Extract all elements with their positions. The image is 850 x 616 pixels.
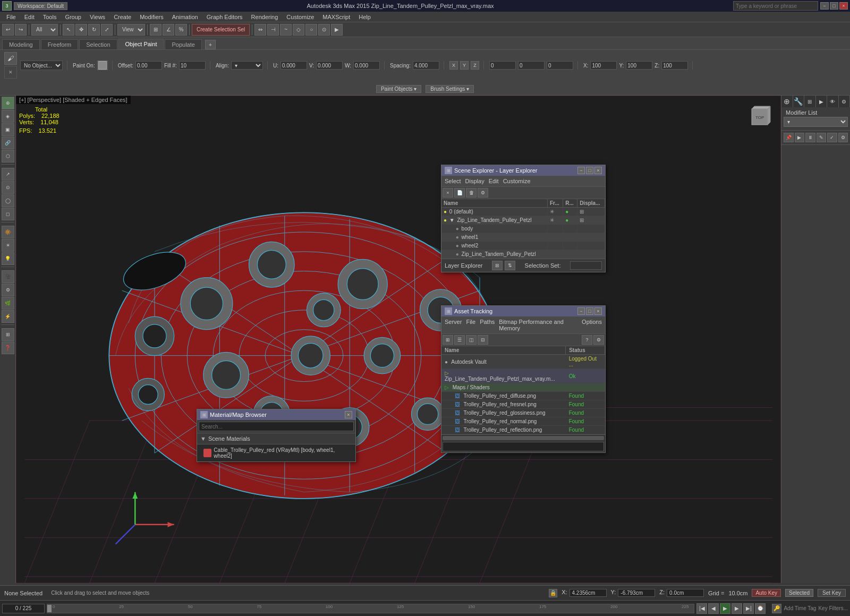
align-dropdown[interactable]: ▾ — [231, 61, 263, 70]
check-icon[interactable]: ✓ — [827, 133, 837, 142]
tab-display[interactable]: 👁 — [827, 96, 839, 107]
tab-add-btn[interactable]: + — [205, 40, 216, 49]
skip-to-end-btn[interactable]: ▶| — [743, 603, 754, 614]
left-btn-13[interactable]: 🎥 — [2, 270, 14, 283]
left-btn-11[interactable]: ☀ — [2, 239, 14, 252]
render-btn[interactable]: ▶ — [331, 24, 343, 36]
table-row[interactable]: ● wheel1 — [441, 233, 605, 242]
layer-explorer-close[interactable]: × — [594, 167, 602, 174]
at-grid-btn[interactable]: ⊞ — [443, 335, 453, 345]
table-row[interactable]: ● wheel2 — [441, 242, 605, 250]
at-detail-btn[interactable]: ◫ — [466, 335, 477, 345]
left-btn-16[interactable]: ⚡ — [2, 310, 14, 323]
stop-icon[interactable]: ⏸ — [805, 133, 815, 142]
paint-objects-btn[interactable]: Paint Objects ▾ — [376, 85, 421, 93]
left-btn-6[interactable]: ↗ — [2, 168, 14, 181]
y-btn[interactable]: Y — [460, 61, 469, 70]
left-btn-10[interactable]: 🔆 — [2, 226, 14, 238]
modifier-dropdown[interactable]: ▾ — [784, 117, 848, 127]
le-menu-select[interactable]: Select — [445, 177, 461, 185]
material-search-input[interactable] — [199, 422, 354, 431]
spacing-input[interactable] — [413, 61, 439, 70]
schematic-btn[interactable]: ◇ — [293, 24, 304, 36]
view-dropdown[interactable]: View — [117, 24, 145, 36]
table-row[interactable]: 🖼 Trolley_Pulley_red_reflection.png Foun… — [441, 426, 605, 434]
play-btn[interactable]: ▶ — [720, 603, 730, 614]
x2-input[interactable] — [590, 61, 617, 70]
left-btn-17[interactable]: ⊞ — [2, 328, 14, 341]
at-menu-paths[interactable]: Paths — [480, 318, 495, 332]
workspace-dropdown[interactable]: Workspace: Default — [14, 2, 67, 10]
menu-tools[interactable]: Tools — [39, 13, 61, 21]
at-menu-file[interactable]: File — [466, 318, 475, 332]
next-frame-btn[interactable]: ▶ — [732, 603, 742, 614]
curve-editor-btn[interactable]: ~ — [280, 24, 292, 36]
tab-create[interactable]: ⊕ — [781, 96, 793, 107]
move-btn[interactable]: ✥ — [75, 24, 87, 36]
menu-views[interactable]: Views — [86, 13, 109, 21]
minimize-button[interactable]: − — [820, 2, 829, 10]
layer-view-btn[interactable]: ⊞ — [492, 261, 503, 270]
prev-frame-btn[interactable]: ◀ — [708, 603, 719, 614]
scene-materials-header[interactable]: ▼ Scene Materials — [200, 435, 352, 442]
left-btn-3[interactable]: ▣ — [2, 123, 14, 136]
material-browser-header[interactable]: ⊞ Material/Map Browser × — [197, 409, 355, 420]
filter-dropdown[interactable]: All — [31, 24, 58, 36]
tab-motion[interactable]: ▶ — [816, 96, 828, 107]
asset-close[interactable]: × — [594, 307, 602, 315]
z-btn[interactable]: Z — [471, 61, 479, 70]
rotate-btn[interactable]: ↻ — [88, 24, 100, 36]
asset-path-input[interactable] — [443, 442, 604, 451]
y-coord-input[interactable] — [618, 589, 655, 597]
at-menu-server[interactable]: Server — [445, 318, 462, 332]
table-row[interactable]: 🖼 Trolley_Pulley_red_diffuse.png Found — [441, 392, 605, 400]
le-settings-btn[interactable]: ⚙ — [478, 188, 488, 198]
y2-input[interactable] — [626, 61, 652, 70]
material-editor-btn[interactable]: ○ — [305, 24, 317, 36]
left-btn-5[interactable]: ⬡ — [2, 150, 14, 162]
play-icon[interactable]: ▶ — [795, 133, 805, 142]
menu-maxscript[interactable]: MAXScript — [318, 13, 354, 21]
tab-populate[interactable]: Populate — [165, 39, 201, 49]
angle-snap-btn[interactable]: ∠ — [163, 24, 174, 36]
z-coord-input[interactable] — [667, 589, 704, 597]
render-setup-btn[interactable]: ⊙ — [318, 24, 330, 36]
layer-explorer-maximize[interactable]: □ — [586, 167, 593, 174]
le-menu-customize[interactable]: Customize — [503, 177, 531, 185]
mat-close[interactable]: × — [345, 411, 352, 418]
table-row[interactable]: 🖼 Trolley_Pulley_red_fresnel.png Found — [441, 400, 605, 409]
le-close-btn[interactable]: × — [443, 188, 453, 198]
menu-rendering[interactable]: Rendering — [247, 13, 283, 21]
table-row[interactable]: ● Zip_Line_Tandem_Pulley_Petzl — [441, 250, 605, 259]
z2-input[interactable] — [661, 61, 688, 70]
menu-graph-editors[interactable]: Graph Editors — [202, 13, 247, 21]
table-row[interactable]: ▷ Zip_Line_Tandem_Pulley_Petzl_max_vray.… — [441, 369, 605, 383]
anim-slider-thumb[interactable] — [47, 605, 52, 612]
brush-settings-btn[interactable]: Brush Settings ▾ — [426, 85, 474, 93]
asset-minimize[interactable]: − — [577, 307, 585, 315]
asset-maximize[interactable]: □ — [586, 307, 593, 315]
w-input[interactable] — [353, 61, 380, 70]
layer-sort-btn[interactable]: ⇅ — [505, 261, 515, 270]
lock-icon[interactable]: 🔒 — [549, 589, 557, 597]
table-row[interactable]: 🖼 Trolley_Pulley_red_normal.png Found — [441, 417, 605, 426]
x-val-input[interactable] — [489, 61, 516, 70]
x-coord-input[interactable] — [570, 589, 607, 597]
x-btn[interactable]: X — [449, 61, 458, 70]
left-btn-14[interactable]: ⚙ — [2, 284, 14, 296]
list-item[interactable]: Cable_Trolley_Pulley_red (VRayMtl) [body… — [197, 446, 355, 460]
menu-customize[interactable]: Customize — [282, 13, 318, 21]
tab-modeling[interactable]: Modeling — [2, 39, 40, 49]
settings-icon[interactable]: ⚙ — [838, 133, 848, 142]
z-val-input[interactable] — [547, 61, 573, 70]
offset-input[interactable] — [135, 61, 162, 70]
fill-input[interactable] — [179, 61, 206, 70]
edit-icon[interactable]: ✎ — [817, 133, 827, 142]
menu-help[interactable]: Help — [354, 13, 375, 21]
anim-mode-btn[interactable]: ⌚ — [755, 603, 766, 614]
le-menu-edit[interactable]: Edit — [489, 177, 499, 185]
le-menu-display[interactable]: Display — [465, 177, 484, 185]
snap-btn[interactable]: ⊞ — [150, 24, 162, 36]
menu-create[interactable]: Create — [109, 13, 135, 21]
y-val-input[interactable] — [518, 61, 545, 70]
